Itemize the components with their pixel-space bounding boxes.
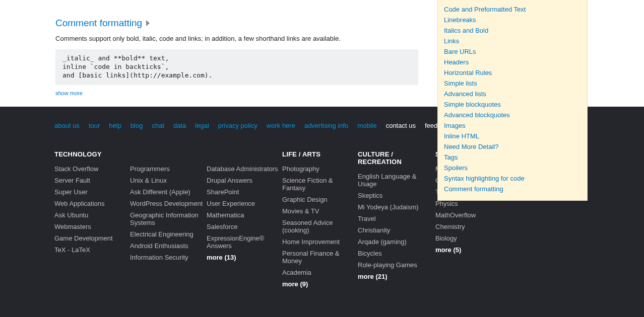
footer-site-link[interactable]: Arqade (gaming) bbox=[358, 238, 435, 246]
footer-site-link[interactable]: Graphic Design bbox=[282, 196, 358, 203]
footer-site-link[interactable]: ExpressionEngine® Answers bbox=[207, 234, 282, 250]
footer-site-link[interactable]: Ask Ubuntu bbox=[54, 211, 130, 219]
footer-link[interactable]: data bbox=[173, 122, 186, 129]
col-heading: LIFE / ARTS bbox=[282, 150, 358, 158]
footer-site-link[interactable]: Android Enthusiasts bbox=[130, 242, 207, 250]
footer-site-link[interactable]: Travel bbox=[358, 215, 435, 222]
footer-link[interactable]: tour bbox=[89, 122, 100, 129]
col-heading: CULTURE / RECREATION bbox=[358, 150, 435, 166]
toc-item[interactable]: Code and Preformatted Text bbox=[444, 4, 587, 15]
toc-item[interactable]: Simple blockquotes bbox=[444, 99, 587, 110]
footer-site-link[interactable]: Mi Yodeya (Judaism) bbox=[358, 203, 435, 211]
col-life-arts: LIFE / ARTS PhotographyScience Fiction &… bbox=[282, 150, 358, 292]
footer-site-link[interactable]: Movies & TV bbox=[282, 207, 358, 215]
footer-site-link[interactable]: WordPress Development bbox=[130, 200, 207, 207]
heading-link[interactable]: Comment formatting bbox=[55, 18, 142, 29]
footer-site-link[interactable]: Information Security bbox=[130, 254, 207, 261]
toc-item[interactable]: Need More Detail? bbox=[444, 141, 587, 152]
toc-item[interactable]: Simple lists bbox=[444, 78, 587, 89]
caret-right-icon bbox=[146, 20, 150, 26]
footer-site-link[interactable]: SharePoint bbox=[207, 188, 282, 196]
toc-item[interactable]: Italics and Bold bbox=[444, 25, 587, 36]
toc-item[interactable]: Bare URLs bbox=[444, 46, 587, 57]
footer-site-link[interactable]: Photography bbox=[282, 165, 358, 173]
footer-site-link[interactable]: MathOverflow bbox=[435, 211, 526, 219]
more-link[interactable]: more (21) bbox=[358, 273, 435, 280]
toc-item[interactable]: Advanced lists bbox=[444, 89, 587, 99]
footer-site-link[interactable]: Drupal Answers bbox=[207, 177, 282, 184]
toc-sidebar: Code and Preformatted TextLinebreaksItal… bbox=[437, 0, 588, 201]
footer-link[interactable]: mobile bbox=[357, 122, 376, 129]
footer-site-link[interactable]: Role-playing Games bbox=[358, 261, 435, 269]
footer-site-link[interactable]: Chemistry bbox=[435, 223, 526, 230]
more-link[interactable]: more (13) bbox=[207, 254, 282, 261]
footer-site-link[interactable]: Personal Finance & Money bbox=[282, 250, 358, 265]
footer-site-link[interactable]: Stack Overflow bbox=[54, 165, 130, 173]
col-heading: TECHNOLOGY bbox=[54, 150, 130, 158]
toc-item[interactable]: Inline HTML bbox=[444, 131, 587, 141]
toc-item[interactable]: Spoilers bbox=[444, 163, 587, 173]
code-example: _italic_ and **bold** text, inline `code… bbox=[55, 49, 418, 85]
col-technology: TECHNOLOGY Stack OverflowServer FaultSup… bbox=[54, 150, 130, 292]
footer-link[interactable]: about us bbox=[54, 122, 80, 129]
toc-item[interactable]: Horizontal Rules bbox=[444, 67, 587, 78]
footer-site-link[interactable]: TeX - LaTeX bbox=[54, 246, 130, 254]
footer-site-link[interactable]: Bicycles bbox=[358, 250, 435, 257]
footer-site-link[interactable]: Game Development bbox=[54, 234, 130, 242]
toc-item[interactable]: Advanced blockquotes bbox=[444, 110, 587, 120]
footer-site-link[interactable]: Programmers bbox=[130, 165, 207, 173]
footer-site-link[interactable]: Electrical Engineering bbox=[130, 230, 207, 238]
toc-item[interactable]: Syntax highlighting for code bbox=[444, 173, 587, 184]
toc-item[interactable]: Links bbox=[444, 36, 587, 46]
footer-site-link[interactable]: Server Fault bbox=[54, 177, 130, 184]
footer-link[interactable]: legal bbox=[195, 122, 209, 129]
footer-site-link[interactable]: English Language & Usage bbox=[358, 173, 435, 188]
footer-site-link[interactable]: Christianity bbox=[358, 226, 435, 234]
toc-item[interactable]: Images bbox=[444, 120, 587, 131]
footer-link[interactable]: chat bbox=[152, 122, 164, 129]
footer-site-link[interactable]: Skeptics bbox=[358, 192, 435, 199]
footer-link[interactable]: blog bbox=[131, 122, 143, 129]
footer-link[interactable]: help bbox=[109, 122, 121, 129]
col-technology-2: . ProgrammersUnix & LinuxAsk Different (… bbox=[130, 150, 207, 292]
footer-site-link[interactable]: Home Improvement bbox=[282, 238, 358, 246]
show-more-link[interactable]: show more bbox=[55, 90, 83, 96]
footer-link[interactable]: advertising info bbox=[304, 122, 348, 129]
footer-link[interactable]: contact us bbox=[386, 122, 416, 129]
toc-item[interactable]: Comment formatting bbox=[444, 184, 587, 194]
footer-site-link[interactable]: User Experience bbox=[207, 200, 282, 207]
footer-site-link[interactable]: Seasoned Advice (cooking) bbox=[282, 219, 358, 234]
toc-item[interactable]: Linebreaks bbox=[444, 15, 587, 25]
footer-site-link[interactable]: Geographic Information Systems bbox=[130, 211, 207, 226]
col-technology-3: . Database AdministratorsDrupal AnswersS… bbox=[207, 150, 282, 292]
footer-site-link[interactable]: Ask Different (Apple) bbox=[130, 188, 207, 196]
footer-site-link[interactable]: Salesforce bbox=[207, 223, 282, 230]
footer-site-link[interactable]: Mathematica bbox=[207, 211, 282, 219]
footer-site-link[interactable]: Unix & Linux bbox=[130, 177, 207, 184]
footer-link[interactable]: privacy policy bbox=[218, 122, 257, 129]
footer-site-link[interactable]: Academia bbox=[282, 269, 358, 276]
footer-site-link[interactable]: Database Administrators bbox=[207, 165, 282, 173]
more-link[interactable]: more (9) bbox=[282, 280, 358, 288]
footer-site-link[interactable]: Web Applications bbox=[54, 200, 130, 207]
more-link[interactable]: more (5) bbox=[435, 246, 526, 254]
footer-site-link[interactable]: Webmasters bbox=[54, 223, 130, 230]
col-culture: CULTURE / RECREATION English Language & … bbox=[358, 150, 435, 292]
footer-site-link[interactable]: Super User bbox=[54, 188, 130, 196]
footer-site-link[interactable]: Biology bbox=[435, 234, 526, 242]
footer-link[interactable]: work here bbox=[267, 122, 295, 129]
toc-item[interactable]: Headers bbox=[444, 57, 587, 67]
footer-site-link[interactable]: Science Fiction & Fantasy bbox=[282, 177, 358, 192]
toc-item[interactable]: Tags bbox=[444, 152, 587, 163]
